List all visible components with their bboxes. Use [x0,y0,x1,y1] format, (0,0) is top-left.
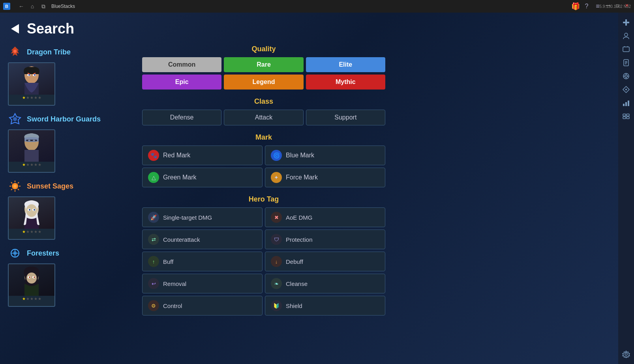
blue-mark-label: Blue Mark [286,152,314,159]
mark-title: Mark [142,133,385,142]
sidebar-icon-3[interactable] [620,43,632,55]
svg-point-45 [625,75,627,77]
star-3: ★ [30,162,34,167]
page-header: Search [8,21,614,37]
tag-grid: 🚀 Single-target DMG ✖ AoE DMG ⇄ Countera… [142,207,385,315]
control-label: Control [163,302,182,309]
tag-counterattack-button[interactable]: ⇄ Counterattack [142,230,263,249]
svg-point-3 [13,50,17,53]
sidebar-icon-settings[interactable] [620,348,632,360]
menu-button[interactable]: ≡ [593,2,602,11]
star-3: ★ [30,230,34,234]
star-2: ★ [26,95,30,100]
star-1: ★ [22,297,26,301]
aoe-dmg-icon: ✖ [271,212,282,223]
svg-point-22 [26,204,37,217]
removal-label: Removal [163,280,186,287]
clone-nav-button[interactable]: ⧉ [39,2,48,11]
green-mark-icon: △ [148,172,159,183]
svg-point-35 [34,276,35,278]
mark-green-button[interactable]: △ Green Mark [142,168,263,187]
mark-blue-button[interactable]: 🌀 Blue Mark [265,146,385,165]
tag-debuff-button[interactable]: ↓ Debuff [265,252,385,271]
guild-icon-dragon [8,45,22,59]
svg-point-51 [625,89,627,90]
svg-rect-39 [623,47,629,52]
star-5: ★ [38,95,41,100]
hero-card-dragon[interactable]: ★ ★ ★ ★ ★ [8,62,55,106]
protection-label: Protection [286,236,313,243]
svg-rect-53 [625,102,627,106]
quality-legend-button[interactable]: Legend [224,75,303,90]
sidebar-icon-2[interactable] [620,30,632,42]
sidebar-icon-1[interactable] [620,17,632,28]
content-columns: Dragon Tribe [8,45,614,323]
single-target-icon: 🚀 [148,212,159,223]
svg-point-38 [625,33,628,36]
gift-button[interactable]: 🎁 [571,2,580,11]
hero-stars-sunset: ★ ★ ★ ★ ★ [9,229,54,235]
sidebar-icon-4[interactable] [620,57,632,69]
tag-aoe-dmg-button[interactable]: ✖ AoE DMG [265,207,385,227]
hero-card-sunset[interactable]: ★ ★ ★ ★ ★ [8,196,55,240]
svg-rect-15 [26,140,37,141]
back-nav-button[interactable]: ← [17,2,26,11]
tag-single-target-button[interactable]: 🚀 Single-target DMG [142,207,263,227]
help-button[interactable]: ? [582,2,591,11]
app-logo: B [3,3,10,10]
star-3: ★ [30,95,34,100]
tag-protection-button[interactable]: 🛡 Protection [265,230,385,249]
buff-icon: ↑ [148,256,159,267]
sidebar-icon-6[interactable] [620,84,632,95]
maximize-button[interactable]: □ [613,2,621,9]
tag-control-button[interactable]: ⚙ Control [142,296,263,315]
star-1: ★ [22,230,26,234]
minimize-button[interactable]: — [604,2,612,9]
star-4: ★ [34,230,38,234]
class-grid: Defense Attack Support [142,110,385,125]
mark-red-button[interactable]: 🐾 Red Mark [142,146,263,165]
class-defense-button[interactable]: Defense [142,110,221,125]
tag-buff-button[interactable]: ↑ Buff [142,252,263,271]
filter-scroll[interactable]: Quality Common Rare Elite Epic Legend My… [142,45,387,323]
title-bar: B ← ⌂ ⧉ BlueStacks 5.9.130.1002 N32 🎁 ? … [0,0,634,13]
page-back-button[interactable] [8,22,22,36]
class-attack-button[interactable]: Attack [224,110,303,125]
home-nav-button[interactable]: ⌂ [28,2,37,11]
sidebar-icon-7[interactable] [620,97,632,109]
page-title: Search [27,21,74,37]
hero-tag-section: Hero Tag 🚀 Single-target DMG ✖ AoE DMG [142,195,385,315]
class-support-button[interactable]: Support [306,110,385,125]
cleanse-label: Cleanse [286,280,308,287]
hero-card-sword[interactable]: ★ ★ ★ ★ ★ [8,129,55,173]
star-5: ★ [38,162,41,167]
svg-rect-57 [623,117,626,119]
close-button[interactable]: ✕ [623,2,631,9]
star-2: ★ [26,297,30,301]
sidebar-icon-8[interactable] [620,110,632,122]
svg-rect-37 [625,19,627,26]
quality-rare-button[interactable]: Rare [224,57,303,72]
quality-common-button[interactable]: Common [142,57,221,72]
mark-section: Mark 🐾 Red Mark 🌀 Blue Mark △ [142,133,385,187]
guild-icon-sunset [8,179,22,193]
class-section: Class Defense Attack Support [142,97,385,125]
quality-mythic-button[interactable]: Mythic [306,75,385,90]
svg-rect-54 [628,101,629,106]
shield-icon: 🔰 [271,300,282,311]
force-mark-icon: ✦ [271,172,282,183]
quality-elite-button[interactable]: Elite [306,57,385,72]
guild-item-dragon-tribe: Dragon Tribe [8,45,134,106]
hero-card-foresters[interactable]: ★ ★ ★ ★ ★ [8,263,55,307]
quality-epic-button[interactable]: Epic [142,75,221,90]
star-4: ★ [34,297,38,301]
sidebar-icon-5[interactable] [620,70,632,82]
app-title: BlueStacks [51,4,596,9]
cleanse-icon: ❧ [271,278,282,289]
tag-cleanse-button[interactable]: ❧ Cleanse [265,274,385,293]
tag-removal-button[interactable]: ↩ Removal [142,274,263,293]
tag-shield-button[interactable]: 🔰 Shield [265,296,385,315]
quality-section: Quality Common Rare Elite Epic Legend My… [142,45,385,90]
mark-force-button[interactable]: ✦ Force Mark [265,168,385,187]
control-icon: ⚙ [148,300,159,311]
